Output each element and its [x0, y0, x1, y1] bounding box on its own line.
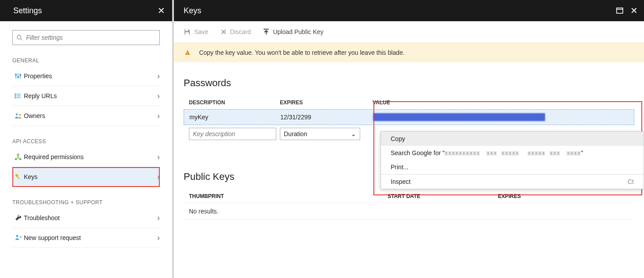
- svg-point-13: [15, 97, 16, 98]
- svg-point-24: [16, 235, 19, 237]
- key-description-input[interactable]: [189, 128, 276, 140]
- list-icon: [12, 92, 24, 99]
- sidebar-item-keys[interactable]: Keys ›: [12, 167, 160, 187]
- settings-title: Settings: [13, 6, 42, 15]
- sidebar-item-properties[interactable]: Properties ›: [12, 66, 160, 86]
- svg-point-20: [15, 158, 16, 160]
- duration-select[interactable]: Duration ⌄: [280, 128, 360, 140]
- section-general: GENERAL: [12, 57, 160, 64]
- passwords-heading: Passwords: [184, 77, 634, 89]
- save-icon: [184, 28, 191, 35]
- svg-point-15: [19, 114, 21, 116]
- context-search-google[interactable]: Search Google for "xxxxxxxxxx xxx xxxxx …: [381, 146, 644, 160]
- warning-text: Copy the key value. You won't be able to…: [199, 49, 405, 56]
- sidebar-item-owners[interactable]: Owners ›: [12, 106, 160, 126]
- password-row[interactable]: myKey 12/31/2299: [184, 109, 634, 125]
- keys-header: Keys ✕: [174, 0, 644, 21]
- chevron-down-icon: ⌄: [351, 130, 356, 137]
- svg-point-12: [15, 95, 16, 96]
- sidebar-item-label: Required permissions: [24, 153, 157, 160]
- section-api-access: API ACCESS: [12, 138, 160, 145]
- col-value: VALUE: [373, 99, 629, 106]
- svg-point-16: [17, 154, 19, 156]
- key-icon: [12, 173, 24, 180]
- owners-icon: [12, 112, 24, 119]
- col-thumbprint: THUMBPRINT: [189, 193, 388, 199]
- sidebar-item-label: New support request: [24, 234, 157, 241]
- svg-rect-23: [17, 176, 20, 179]
- settings-panel: Settings ✕ GENERAL Properties ›: [0, 0, 173, 278]
- sidebar-item-label: Reply URLs: [24, 92, 157, 99]
- password-description: myKey: [189, 114, 280, 121]
- chevron-right-icon: ›: [157, 213, 160, 223]
- svg-point-5: [15, 74, 16, 75]
- search-input-wrapper[interactable]: [12, 30, 160, 45]
- chevron-right-icon: ›: [157, 111, 160, 121]
- sidebar-item-label: Keys: [24, 173, 157, 180]
- search-icon: [16, 34, 23, 41]
- svg-rect-28: [185, 32, 189, 34]
- close-icon[interactable]: ✕: [630, 5, 638, 16]
- discard-icon: ✕: [221, 28, 226, 36]
- svg-point-0: [17, 35, 21, 39]
- chevron-right-icon: ›: [157, 91, 160, 101]
- keys-toolbar: Save ✕ Discard Upload Public Key: [174, 21, 644, 42]
- sidebar-item-reply-urls[interactable]: Reply URLs ›: [12, 86, 160, 106]
- col-description: DESCRIPTION: [189, 99, 280, 106]
- sidebar-item-label: Properties: [24, 72, 157, 80]
- context-inspect[interactable]: Inspect Ct: [381, 175, 644, 189]
- password-value-selected[interactable]: [373, 113, 545, 121]
- col-start-date: START DATE: [388, 193, 498, 199]
- section-troubleshooting: TROUBLESHOOTING + SUPPORT: [12, 199, 160, 206]
- discard-button[interactable]: ✕ Discard: [221, 28, 251, 36]
- support-icon: [12, 234, 24, 241]
- public-keys-table-header: THUMBPRINT START DATE EXPIRES: [184, 190, 634, 203]
- svg-rect-27: [185, 29, 188, 31]
- upload-public-key-button[interactable]: Upload Public Key: [263, 28, 323, 35]
- col-expires: EXPIRES: [498, 193, 521, 199]
- warning-banner: ▲! Copy the key value. You won't be able…: [174, 42, 644, 62]
- svg-rect-25: [617, 8, 623, 13]
- context-copy[interactable]: Copy: [381, 132, 644, 146]
- chevron-right-icon: ›: [157, 233, 160, 243]
- chevron-right-icon: ›: [157, 72, 160, 81]
- shortcut-text: Ct: [628, 178, 634, 185]
- svg-point-6: [17, 76, 19, 77]
- permissions-icon: [12, 153, 24, 160]
- sidebar-item-new-support-request[interactable]: New support request ›: [12, 228, 160, 248]
- redacted-text: xxxxxxxxxx xxx xxxxx xxxxx xxx xxxx: [444, 149, 580, 156]
- keys-title: Keys: [184, 6, 201, 15]
- passwords-table-header: DESCRIPTION EXPIRES VALUE: [184, 96, 634, 109]
- close-icon[interactable]: ✕: [158, 5, 165, 16]
- settings-header: Settings ✕: [0, 0, 172, 21]
- warning-icon: ▲!: [184, 48, 193, 57]
- save-label: Save: [194, 28, 208, 35]
- svg-line-1: [21, 39, 23, 41]
- wrench-icon: [12, 214, 24, 221]
- password-expires: 12/31/2299: [280, 114, 373, 121]
- password-value-cell[interactable]: [373, 113, 629, 121]
- upload-icon: [263, 28, 269, 35]
- sidebar-item-required-permissions[interactable]: Required permissions ›: [12, 147, 160, 167]
- svg-point-7: [19, 74, 21, 76]
- discard-label: Discard: [230, 28, 251, 35]
- save-button[interactable]: Save: [184, 28, 208, 35]
- context-menu: Copy Search Google for "xxxxxxxxxx xxx x…: [380, 131, 644, 189]
- sidebar-item-label: Troubleshoot: [24, 214, 157, 221]
- sidebar-item-troubleshoot[interactable]: Troubleshoot ›: [12, 208, 160, 228]
- public-keys-empty: No results.: [184, 203, 634, 220]
- svg-point-21: [19, 158, 21, 160]
- col-expires: EXPIRES: [280, 99, 373, 106]
- chevron-right-icon: ›: [157, 172, 160, 182]
- svg-point-14: [16, 114, 18, 115]
- sliders-icon: [12, 72, 24, 80]
- search-input[interactable]: [25, 34, 156, 42]
- context-print[interactable]: Print...: [381, 160, 644, 174]
- maximize-icon[interactable]: [616, 8, 623, 14]
- svg-point-11: [15, 94, 16, 95]
- upload-label: Upload Public Key: [273, 28, 323, 35]
- chevron-right-icon: ›: [157, 152, 160, 162]
- sidebar-item-label: Owners: [24, 112, 157, 119]
- duration-label: Duration: [284, 130, 307, 137]
